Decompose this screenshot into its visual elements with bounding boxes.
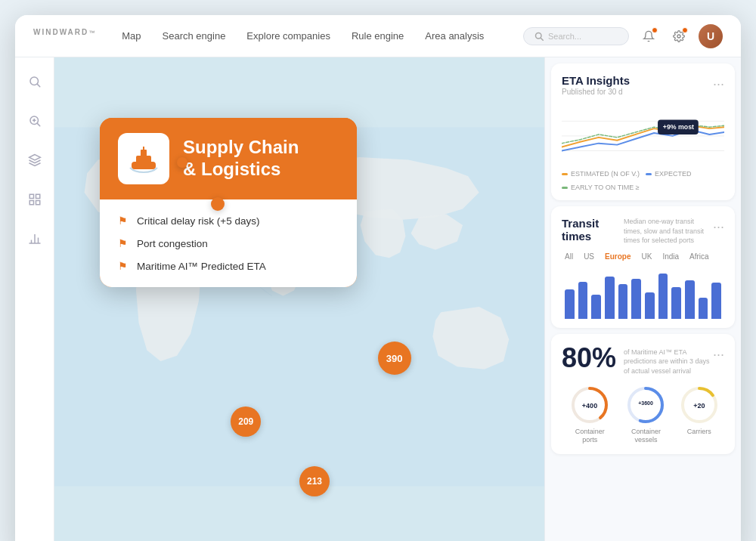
summary-dots-menu[interactable]: ... (713, 345, 724, 358)
bar-5 (618, 284, 628, 319)
legend-dot-1 (562, 173, 568, 175)
bar-7 (645, 292, 655, 319)
transit-dots-menu[interactable]: ... (713, 217, 724, 230)
settings-badge (682, 27, 688, 33)
svg-rect-21 (141, 150, 147, 157)
gauge-carriers: +20 Carriers (680, 385, 719, 445)
cluster-213[interactable]: 213 (299, 466, 330, 496)
svg-rect-10 (29, 194, 33, 198)
svg-point-2 (677, 35, 680, 38)
svg-text:+9% most: +9% most (663, 123, 694, 131)
popup-item-text-1: Critical delay risk (+5 days) (137, 215, 259, 227)
transit-times-section: Transit times Median one-way transit tim… (551, 206, 735, 328)
main-nav: MapSearch engineExplore companiesRule en… (122, 30, 523, 42)
tab-india[interactable]: India (659, 252, 682, 261)
bar-6 (631, 279, 641, 319)
nav-item-search-engine[interactable]: Search engine (163, 30, 226, 42)
popup-item-3: ⚑ Maritime AI™ Predicted ETA (118, 260, 339, 272)
nav-item-map[interactable]: Map (122, 30, 141, 42)
sidebar-chart[interactable] (23, 227, 47, 251)
eta-title-block: ETA Insights Published for 30 d (562, 74, 630, 96)
map-area[interactable]: Supply Chain & Logistics ⚑ Critical dela… (54, 57, 544, 541)
summary-header: 80% of Maritime AI™ ETA predictions are … (562, 345, 724, 382)
bar-10 (685, 280, 695, 318)
legend-item-2: EXPECTED (646, 170, 692, 178)
app-container: WINDWARD™ MapSearch engineExplore compan… (15, 15, 741, 541)
cluster-value-209: 209 (238, 416, 253, 427)
sidebar-zoom-in[interactable] (23, 109, 47, 133)
layers-icon (28, 153, 42, 167)
logo-text: WINDWARD (33, 28, 88, 36)
summary-section: 80% of Maritime AI™ ETA predictions are … (551, 334, 735, 454)
eta-section-header: ETA Insights Published for 30 d ... (562, 74, 724, 96)
cluster-small-1[interactable] (177, 157, 187, 168)
popup-item-2: ⚑ Port congestion (118, 237, 339, 249)
transit-bar-chart (562, 266, 724, 319)
popup-body: ⚑ Critical delay risk (+5 days) ⚑ Port c… (100, 199, 357, 287)
gauge-ring-vessels: +3600 (626, 385, 665, 425)
logo-suffix: ™ (88, 29, 94, 36)
transit-desc: Median one-way transit times, slow and f… (624, 217, 707, 246)
legend-label-2: EXPECTED (655, 170, 692, 178)
sidebar-search[interactable] (23, 70, 47, 94)
legend-item-1: ESTIMATED (N OF V.) (562, 170, 640, 178)
svg-text:+3600: +3600 (639, 400, 654, 406)
logo: WINDWARD™ (33, 28, 94, 44)
notification-button[interactable] (638, 26, 659, 47)
bar-chart-icon (28, 232, 42, 246)
legend-dot-3 (562, 187, 568, 189)
popup-item-text-3: Maritime AI™ Predicted ETA (137, 261, 266, 272)
legend-item-3: EARLY TO ON TIME ≥ (562, 184, 640, 191)
eta-chart: +9% most (562, 102, 724, 162)
tab-all[interactable]: All (562, 252, 576, 261)
svg-rect-11 (36, 194, 39, 198)
bar-3 (591, 295, 601, 319)
transit-header-row: Transit times Median one-way transit tim… (562, 217, 724, 246)
eta-title: ETA Insights (562, 74, 630, 87)
svg-rect-12 (29, 201, 33, 205)
eta-dots-menu[interactable]: ... (713, 74, 724, 88)
transit-title-block: Transit times (562, 217, 618, 243)
bar-12 (711, 283, 721, 319)
tab-uk[interactable]: UK (638, 252, 655, 261)
popup-title: Supply Chain & Logistics (183, 137, 299, 181)
transit-tabs: All US Europe UK India Africa (562, 252, 724, 261)
svg-marker-9 (29, 155, 40, 161)
ship-icon (125, 141, 162, 177)
nav-item-explore-companies[interactable]: Explore companies (246, 30, 330, 42)
popup-logo-box (118, 133, 169, 184)
cluster-value-390: 390 (386, 353, 403, 364)
gauge-label-vessels: Container vessels (623, 428, 668, 445)
sidebar-layers[interactable] (23, 148, 47, 172)
gauge-row: +400 Container ports +3600 Container ves… (562, 385, 724, 445)
settings-button[interactable] (668, 26, 689, 47)
main-content: Supply Chain & Logistics ⚑ Critical dela… (15, 57, 741, 541)
bar-1 (565, 289, 575, 319)
header: WINDWARD™ MapSearch engineExplore compan… (15, 15, 741, 57)
user-avatar[interactable]: U (699, 24, 723, 48)
cluster-390[interactable]: 390 (378, 342, 411, 375)
gauge-container-ports: +400 Container ports (567, 385, 612, 445)
search-placeholder: Search... (548, 32, 581, 41)
bar-8 (658, 274, 668, 319)
tab-europe[interactable]: Europe (602, 252, 634, 261)
sidebar-grid[interactable] (23, 187, 47, 212)
pct-text: of Maritime AI™ ETA predictions are with… (624, 348, 713, 376)
transit-title: Transit times (562, 217, 618, 243)
nav-item-rule-engine[interactable]: Rule engine (352, 30, 404, 42)
flag-icon-3: ⚑ (118, 260, 128, 272)
tab-us[interactable]: US (581, 252, 597, 261)
eta-insights-section: ETA Insights Published for 30 d ... (551, 63, 735, 200)
svg-text:+400: +400 (582, 402, 597, 410)
svg-text:+20: +20 (693, 402, 705, 410)
zoom-in-icon (28, 114, 42, 128)
cluster-209[interactable]: 209 (231, 407, 261, 437)
sidebar (15, 57, 54, 541)
tab-africa[interactable]: Africa (686, 252, 712, 261)
notification-badge (652, 27, 658, 33)
popup-item-1: ⚑ Critical delay risk (+5 days) (118, 215, 339, 227)
cluster-value-213: 213 (307, 476, 322, 487)
bar-2 (578, 282, 588, 319)
search-box[interactable]: Search... (523, 27, 629, 45)
nav-item-area-analysis[interactable]: Area analysis (425, 30, 484, 42)
